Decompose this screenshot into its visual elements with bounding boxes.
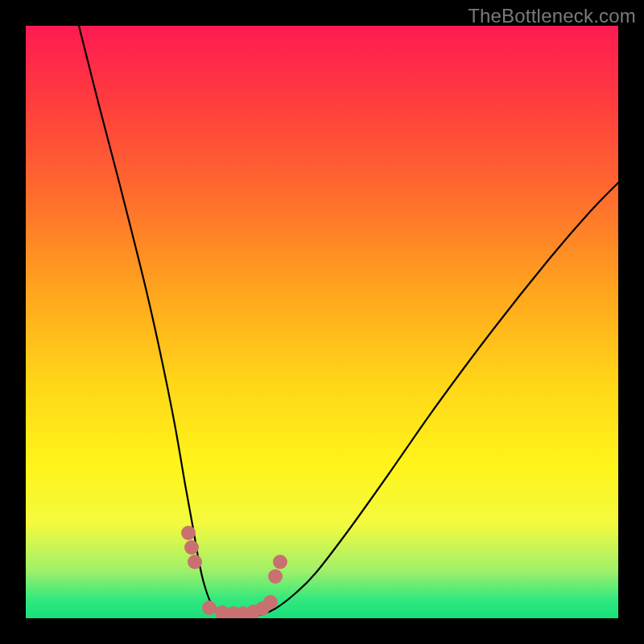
chart-svg [26, 26, 618, 618]
watermark-text: TheBottleneck.com [468, 5, 636, 27]
highlight-dots-group [181, 526, 287, 618]
highlight-dot [273, 555, 287, 569]
highlight-dot [181, 526, 196, 540]
highlight-dot [184, 540, 199, 555]
highlight-dot [188, 555, 202, 569]
chart-plot-area [26, 26, 618, 618]
bottleneck-curve [79, 26, 618, 616]
highlight-dot [263, 595, 278, 609]
highlight-dot [268, 569, 283, 584]
highlight-dot [202, 601, 217, 615]
chart-frame: TheBottleneck.com [0, 0, 644, 644]
